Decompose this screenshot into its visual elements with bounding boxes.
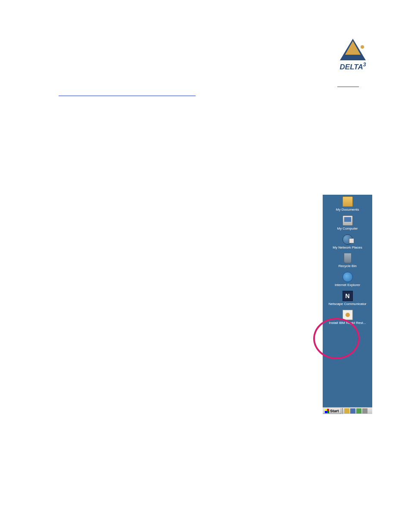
taskbar: Start (323, 407, 372, 414)
folder-icon (342, 196, 353, 207)
desktop-icon-install-ibm-rapid-restore[interactable]: Install IBM Rapid Rest... (323, 310, 372, 325)
logo-triangle-icon (340, 39, 366, 60)
desktop-icon-my-documents[interactable]: My Documents (323, 196, 372, 212)
quicklaunch-icon-4[interactable] (362, 408, 367, 414)
underline-top (337, 87, 359, 87)
desktop-icon-recycle-bin[interactable]: Recycle Bin (323, 253, 372, 268)
netscape-icon: N (342, 291, 353, 301)
taskbar-separator (342, 408, 343, 414)
start-button[interactable]: Start (323, 408, 341, 414)
windows-flag-icon (325, 409, 329, 413)
desktop-icon-netscape[interactable]: N Netscape Communicator (323, 291, 372, 306)
underline-left (59, 96, 196, 96)
logo-text: DELTA3 (333, 62, 372, 72)
recycle-bin-icon (344, 253, 352, 263)
computer-icon (342, 215, 353, 226)
quicklaunch-icon-1[interactable] (344, 408, 349, 414)
install-icon (342, 310, 353, 320)
desktop-icon-internet-explorer[interactable]: Internet Explorer (323, 272, 372, 287)
desktop-screenshot: My Documents My Computer My Network Plac… (323, 195, 372, 414)
desktop-icon-my-network-places[interactable]: My Network Places (323, 234, 372, 250)
quicklaunch-icon-3[interactable] (356, 408, 361, 414)
network-icon (342, 234, 353, 245)
quicklaunch-icon-2[interactable] (350, 408, 355, 414)
delta-logo: DELTA3 (333, 39, 372, 75)
internet-explorer-icon (342, 272, 353, 282)
desktop-icon-my-computer[interactable]: My Computer (323, 215, 372, 231)
